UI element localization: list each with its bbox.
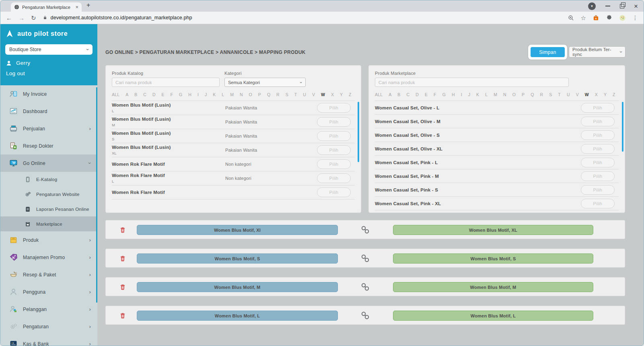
pilih-button[interactable]: Pilih	[581, 103, 615, 113]
alphabet-letter[interactable]: J	[468, 92, 470, 97]
alphabet-letter[interactable]: M	[230, 92, 234, 97]
alphabet-letter[interactable]: R	[540, 92, 543, 97]
alphabet-letter[interactable]: Q	[267, 92, 270, 97]
category-select[interactable]: Semua Kategori ›	[224, 78, 306, 87]
alphabet-letter[interactable]: O	[512, 92, 516, 97]
sidebar-subitem[interactable]: E-Katalog	[0, 172, 97, 187]
forward-icon[interactable]: →	[19, 15, 25, 21]
catalog-product-row[interactable]: Women Rok Flare Motif Non kategori Pilih	[112, 157, 355, 171]
sidebar-item[interactable]: Resep & Paket ›	[0, 266, 97, 283]
alphabet-letter[interactable]: Q	[531, 92, 534, 97]
alphabet-letter[interactable]: R	[276, 92, 280, 97]
marketplace-product-row[interactable]: Women Casual Set, Olive - L Pilih	[375, 101, 619, 115]
alphabet-letter[interactable]: W	[321, 92, 325, 97]
alphabet-letter[interactable]: A	[389, 92, 391, 97]
sidebar-item[interactable]: Kas & Bank ›	[0, 335, 97, 346]
alphabet-letter[interactable]: L	[222, 92, 224, 97]
alphabet-letter[interactable]: V	[576, 92, 579, 97]
store-selector[interactable]: Boutique Store ›	[5, 44, 93, 55]
sidebar-item[interactable]: Penjualan ›	[0, 120, 97, 137]
pilih-button[interactable]: Pilih	[317, 145, 351, 155]
pilih-button[interactable]: Pilih	[317, 131, 351, 141]
catalog-product-row[interactable]: Women Blus Motif (Lusin) XL Pakaian Wani…	[112, 143, 355, 157]
alphabet-letter[interactable]: Y	[604, 92, 607, 97]
alphabet-letter[interactable]: L	[485, 92, 488, 97]
pilih-button[interactable]: Pilih	[581, 171, 615, 181]
marketplace-list-scrollbar[interactable]	[622, 102, 623, 152]
catalog-search-input[interactable]	[112, 78, 220, 87]
trash-icon[interactable]	[119, 254, 126, 263]
alphabet-letter[interactable]: K	[476, 92, 479, 97]
sidebar-item[interactable]: Produk ›	[0, 231, 97, 249]
alphabet-letter[interactable]: C	[407, 92, 410, 97]
trash-icon[interactable]	[119, 311, 126, 320]
trash-icon[interactable]	[119, 226, 126, 234]
sidebar-item[interactable]: Resep Dokter	[0, 137, 97, 154]
new-tab-button[interactable]: +	[86, 2, 90, 9]
marketplace-product-row[interactable]: Women Casual Set, Olive - M Pilih	[375, 115, 619, 128]
trash-icon[interactable]	[119, 283, 126, 291]
sidebar-item[interactable]: Pengguna ›	[0, 283, 97, 301]
pilih-button[interactable]: Pilih	[317, 117, 351, 127]
pilih-button[interactable]: Pilih	[317, 159, 351, 169]
alphabet-letter[interactable]: G	[179, 92, 182, 97]
alphabet-letter[interactable]: F	[434, 92, 436, 97]
marketplace-product-row[interactable]: Women Casual Set, Pink - XL Pilih	[375, 197, 619, 210]
sidebar-item[interactable]: Go Online ›	[0, 154, 97, 172]
alphabet-letter[interactable]: W	[585, 92, 589, 97]
marketplace-search-input[interactable]	[375, 78, 569, 87]
sidebar-subitem[interactable]: Marketplace	[0, 216, 97, 231]
sidebar-item[interactable]: Manajemen Promo ›	[0, 249, 97, 266]
alphabet-letter[interactable]: O	[249, 92, 252, 97]
alphabet-letter[interactable]: E	[162, 92, 165, 97]
back-icon[interactable]: ←	[6, 15, 12, 21]
pilih-button[interactable]: Pilih	[317, 103, 351, 113]
catalog-product-row[interactable]: Women Blus Motif (Lusin) S Pakaian Wanit…	[112, 129, 355, 143]
alphabet-letter[interactable]: C	[143, 92, 146, 97]
kebab-menu-icon[interactable]: ⋮	[632, 14, 638, 21]
alphabet-letter[interactable]: I	[461, 92, 462, 97]
marketplace-product-row[interactable]: Women Casual Set, Pink - L Pilih	[375, 156, 619, 169]
alphabet-letter[interactable]: T	[294, 92, 297, 97]
browser-tab[interactable]: Pengaturan Marketplace ×	[11, 2, 82, 12]
alphabet-letter[interactable]: N	[240, 92, 243, 97]
address-bar[interactable]: development.autopilotstore.co.id/pengatu…	[43, 15, 561, 21]
marketplace-product-row[interactable]: Women Casual Set, Olive - S Pilih	[375, 128, 619, 142]
close-window-button[interactable]: ×	[634, 3, 638, 10]
puzzle-icon[interactable]	[606, 14, 613, 21]
alphabet-letter[interactable]: I	[198, 92, 199, 97]
marketplace-product-row[interactable]: Women Casual Set, Pink - M Pilih	[375, 169, 619, 183]
alphabet-letter[interactable]: V	[312, 92, 315, 97]
alphabet-letter[interactable]: H	[452, 92, 455, 97]
alphabet-letter[interactable]: X	[595, 92, 598, 97]
alphabet-letter[interactable]: Z	[349, 92, 352, 97]
catalog-product-row[interactable]: Women Blus Motif (Lusin) L Pakaian Wanit…	[112, 101, 355, 115]
alphabet-letter[interactable]: K	[213, 92, 216, 97]
sync-filter-select[interactable]: Produk Belum Ter-sync ›	[569, 46, 625, 58]
logout-link[interactable]: Log out	[5, 70, 93, 76]
pilih-button[interactable]: Pilih	[581, 199, 615, 208]
sidebar-item[interactable]: My Invoice	[0, 85, 97, 103]
alphabet-letter[interactable]: U	[303, 92, 306, 97]
alphabet-letter[interactable]: Z	[613, 92, 615, 97]
alphabet-letter[interactable]: M	[494, 92, 497, 97]
catalog-product-row[interactable]: Women Rok Flare Motif L Non kategori Pil…	[112, 171, 355, 185]
alphabet-letter[interactable]: S	[549, 92, 552, 97]
alphabet-letter[interactable]: ALL	[112, 92, 119, 97]
alphabet-letter[interactable]: E	[425, 92, 428, 97]
pilih-button[interactable]: Pilih	[317, 173, 351, 183]
sidebar-item[interactable]: Pelanggan ›	[0, 301, 97, 318]
sidebar-subitem[interactable]: Laporan Pesanan Online	[0, 202, 97, 216]
avatar-icon[interactable]	[619, 14, 626, 21]
catalog-product-row[interactable]: Women Blus Motif (Lusin) M Pakaian Wanit…	[112, 115, 355, 129]
pilih-button[interactable]: Pilih	[581, 185, 615, 195]
reload-icon[interactable]: ↻	[31, 15, 36, 21]
alphabet-letter[interactable]: X	[331, 92, 334, 97]
alphabet-letter[interactable]: A	[126, 92, 128, 97]
extension-badge-icon[interactable]: A	[593, 14, 599, 21]
sidebar-item[interactable]: Dashboard	[0, 103, 97, 120]
close-tab-icon[interactable]: ×	[75, 4, 78, 10]
sidebar-subitem[interactable]: Pengaturan Website	[0, 187, 97, 202]
alphabet-letter[interactable]: Y	[340, 92, 343, 97]
zoom-icon[interactable]	[568, 14, 574, 21]
